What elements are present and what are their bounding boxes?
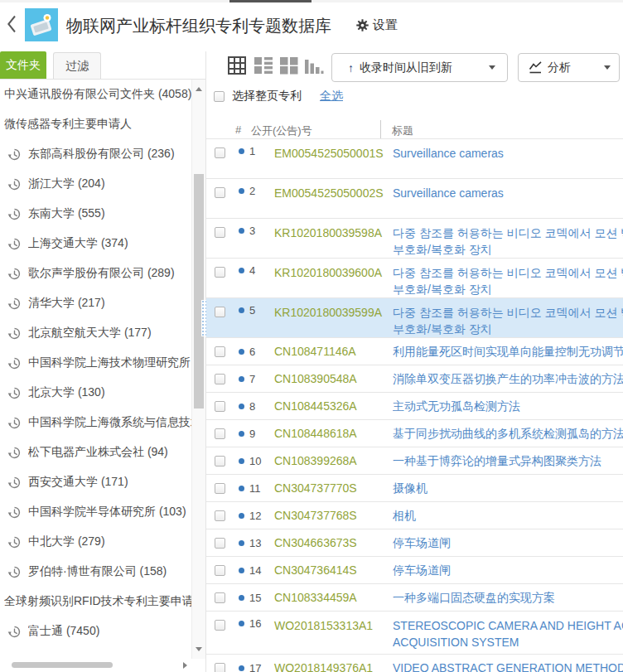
publication-number-link[interactable]: CN304663673S xyxy=(274,534,393,551)
row-checkbox[interactable] xyxy=(215,227,225,238)
back-button[interactable] xyxy=(7,15,17,33)
table-view-button[interactable] xyxy=(227,56,249,77)
patent-title-link[interactable]: 相机 xyxy=(393,507,623,524)
patent-title-link-line2[interactable]: ACQUISITION SYSTEM xyxy=(393,634,623,650)
publication-number-link[interactable]: EM0054525050002S xyxy=(274,185,393,201)
patent-row: 1EM0054525050001SSurveillance cameras xyxy=(206,138,623,178)
sidebar-vertical-scrollbar[interactable] xyxy=(191,80,205,659)
sidebar-horizontal-scrollbar[interactable] xyxy=(0,659,205,672)
publication-number-link[interactable]: EM0054525050001S xyxy=(274,145,393,162)
folder-item[interactable]: 西安交通大学 (171) xyxy=(0,467,191,497)
patent-title-link[interactable]: VIDEO ABSTRACT GENERATION METHOD AND DE xyxy=(393,660,623,672)
row-checkbox[interactable] xyxy=(215,428,225,439)
publication-number-link[interactable]: CN108390548A xyxy=(274,370,393,387)
folder-group-label[interactable]: 中兴通讯股份有限公司文件夹 (4058) xyxy=(0,80,191,109)
folder-group-label[interactable]: 微传感器专利主要申请人 xyxy=(0,109,191,139)
publication-number-link[interactable]: KR1020180039600A xyxy=(274,264,393,281)
folder-item[interactable]: 上海交通大学 (374) xyxy=(0,229,191,259)
folder-item[interactable]: 富士通 (7450) xyxy=(0,616,191,646)
vertical-scroll-thumb[interactable] xyxy=(194,174,204,409)
patent-title-link[interactable]: 摄像机 xyxy=(393,480,623,496)
patent-title-link[interactable]: 停车场道闸 xyxy=(393,562,623,578)
folder-item[interactable]: 中北大学 (279) xyxy=(0,527,191,557)
status-dot-icon xyxy=(239,307,244,313)
publication-number-link[interactable]: KR1020180039599A xyxy=(274,304,393,321)
folder-item[interactable]: 中国科学院上海微系统与信息技术 xyxy=(0,408,191,438)
title-cell: 利用能量死区时间实现单向能量控制无功调节的方法 xyxy=(393,343,623,360)
row-checkbox[interactable] xyxy=(215,147,225,158)
horizontal-scroll-thumb[interactable] xyxy=(12,662,113,668)
folder-item[interactable]: 中国科学院半导体研究所 (103) xyxy=(0,497,191,527)
patent-title-link[interactable]: 다중 참조를 허용하는 비디오 코덱에서 모션 벡터를 예 xyxy=(393,225,623,241)
patent-title-link[interactable]: Surveillance cameras xyxy=(393,185,623,201)
row-checkbox[interactable] xyxy=(215,307,225,317)
publication-number-link[interactable]: CN108334459A xyxy=(274,589,393,606)
folder-item[interactable]: 东南大学 (555) xyxy=(0,199,191,229)
patent-title-link[interactable]: 主动式无功孤岛检测方法 xyxy=(393,398,623,414)
publication-number-link[interactable]: CN304736414S xyxy=(274,562,393,578)
select-all-link[interactable]: 全选 xyxy=(320,89,343,104)
card-view-button[interactable] xyxy=(279,56,301,77)
publication-number-link[interactable]: CN108399268A xyxy=(274,452,393,469)
row-checkbox[interactable] xyxy=(215,620,225,631)
scroll-right-icon[interactable] xyxy=(183,662,187,669)
folder-item[interactable]: 北京航空航天大学 (177) xyxy=(0,318,191,348)
patent-title-link[interactable]: 停车场道闸 xyxy=(393,534,623,551)
patent-title-link-line2[interactable]: 부호화/복호화 장치 xyxy=(393,241,623,258)
publication-number-link[interactable]: CN304737770S xyxy=(274,480,393,496)
patent-title-link-line2[interactable]: 부호화/복호화 장치 xyxy=(393,281,623,297)
row-checkbox[interactable] xyxy=(215,187,225,198)
folder-item[interactable]: 浙江大学 (204) xyxy=(0,169,191,199)
chart-view-button[interactable] xyxy=(304,56,326,77)
publication-number-link[interactable]: CN108471146A xyxy=(274,343,393,360)
sort-dropdown[interactable]: ↑ 收录时间从旧到新 xyxy=(331,53,508,82)
row-checkbox[interactable] xyxy=(215,663,225,672)
folder-item[interactable]: 歌尔声学股份有限公司 (289) xyxy=(0,259,191,288)
sort-label: 收录时间从旧到新 xyxy=(360,60,452,75)
folder-item[interactable]: 中国科学院上海技术物理研究所 xyxy=(0,348,191,378)
row-checkbox[interactable] xyxy=(215,565,225,576)
patent-title-link[interactable]: 다중 참조를 허용하는 비디오 코덱에서 모션 벡터를 예 xyxy=(393,264,623,281)
row-checkbox[interactable] xyxy=(215,267,225,278)
folder-item[interactable]: 松下电器产业株式会社 (94) xyxy=(0,438,191,467)
folder-item-label: 北京大学 (130) xyxy=(28,385,105,400)
folder-item[interactable]: 罗伯特·博世有限公司 (158) xyxy=(0,557,191,587)
row-checkbox[interactable] xyxy=(215,510,225,521)
publication-number-link[interactable]: CN304737768S xyxy=(274,507,393,524)
row-checkbox[interactable] xyxy=(215,456,225,467)
patent-title-link[interactable]: 一种基于博弈论的增量式异构图聚类方法 xyxy=(393,452,623,469)
tab-folders[interactable]: 文件夹 xyxy=(0,51,46,80)
publication-number-link[interactable]: WO2018149376A1 xyxy=(274,660,393,672)
settings-button[interactable]: 设置 xyxy=(356,17,398,33)
tab-filter[interactable]: 过滤 xyxy=(53,52,101,80)
analyze-dropdown[interactable]: 分析 xyxy=(518,53,620,82)
publication-number-link[interactable]: CN108448618A xyxy=(274,425,393,442)
folder-item[interactable]: 清华大学 (217) xyxy=(0,288,191,318)
folder-item[interactable]: 东部高科股份有限公司 (236) xyxy=(0,139,191,169)
patent-row: 10CN108399268A一种基于博弈论的增量式异构图聚类方法 xyxy=(206,447,623,474)
scroll-up-icon[interactable] xyxy=(196,87,202,91)
patent-title-link[interactable]: Surveillance cameras xyxy=(393,145,623,162)
publication-number-link[interactable]: KR1020180039598A xyxy=(274,225,393,241)
row-checkbox[interactable] xyxy=(215,538,225,549)
row-checkbox[interactable] xyxy=(215,374,225,384)
patent-title-link[interactable]: 消除单双变压器切换产生的功率冲击波的方法 xyxy=(393,370,623,387)
row-checkbox[interactable] xyxy=(215,592,225,603)
publication-number-link[interactable]: CN108445326A xyxy=(274,398,393,414)
row-checkbox[interactable] xyxy=(215,346,225,357)
list-view-button[interactable] xyxy=(254,56,275,77)
patent-title-link[interactable]: 利用能量死区时间实现单向能量控制无功调节的方法 xyxy=(393,343,623,360)
select-page-checkbox[interactable] xyxy=(214,91,225,102)
patent-title-link-line2[interactable]: 부호화/복호화 장치 xyxy=(393,321,623,337)
patent-title-link[interactable]: 基于同步扰动曲线的多机系统检测孤岛的方法 xyxy=(393,425,623,442)
row-checkbox[interactable] xyxy=(215,483,225,494)
patent-title-link[interactable]: 다중 참조를 허용하는 비디오 코덱에서 모션 벡터를 예 xyxy=(393,304,623,321)
patent-title-link[interactable]: STEREOSCOPIC CAMERA AND HEIGHT ACQUISIT xyxy=(393,617,623,634)
folder-item-label: 中兴通讯股份有限公司文件夹 (4058) xyxy=(4,87,191,102)
folder-item[interactable]: 北京大学 (130) xyxy=(0,378,191,408)
publication-number-link[interactable]: WO2018153313A1 xyxy=(274,617,393,634)
patent-title-link[interactable]: 一种多端口固态硬盘的实现方案 xyxy=(393,589,623,606)
scroll-down-icon[interactable] xyxy=(196,647,202,651)
row-checkbox[interactable] xyxy=(215,401,225,412)
folder-group-label[interactable]: 全球射频识别RFID技术专利主要申请 xyxy=(0,587,191,616)
